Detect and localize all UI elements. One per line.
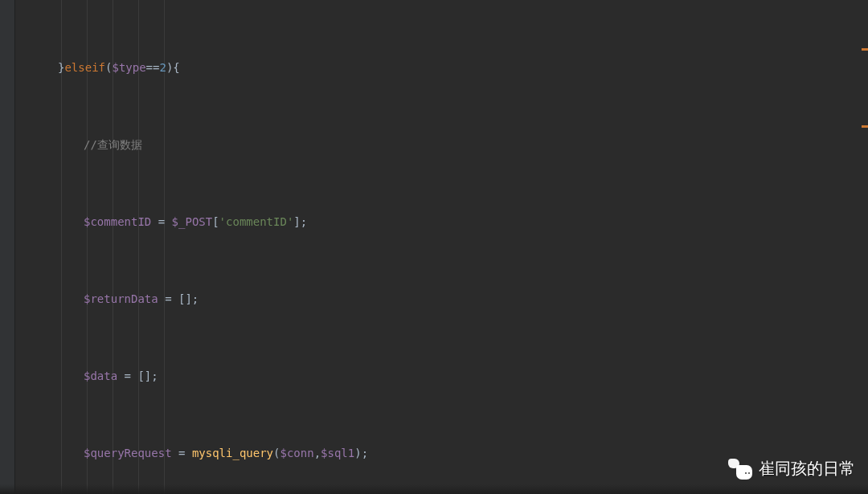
code-line[interactable]: $data = [];	[14, 366, 868, 386]
code-line[interactable]: //查询数据	[14, 135, 868, 154]
gutter	[0, 0, 15, 494]
footer-shadow	[0, 484, 868, 494]
code-editor[interactable]: }elseif($type==2){ //查询数据 $commentID = $…	[0, 0, 868, 494]
wechat-icon	[728, 459, 752, 480]
code-line[interactable]: }elseif($type==2){	[14, 58, 868, 77]
warning-marker[interactable]	[862, 125, 868, 128]
warning-marker[interactable]	[862, 48, 868, 51]
scrollbar-markers[interactable]	[862, 0, 868, 494]
watermark: 崔同孩的日常	[728, 458, 855, 480]
code-line[interactable]: $commentID = $_POST['commentID'];	[14, 212, 868, 231]
watermark-text: 崔同孩的日常	[759, 458, 855, 480]
code-line[interactable]: $returnData = [];	[14, 289, 868, 308]
code-area[interactable]: }elseif($type==2){ //查询数据 $commentID = $…	[14, 0, 868, 494]
